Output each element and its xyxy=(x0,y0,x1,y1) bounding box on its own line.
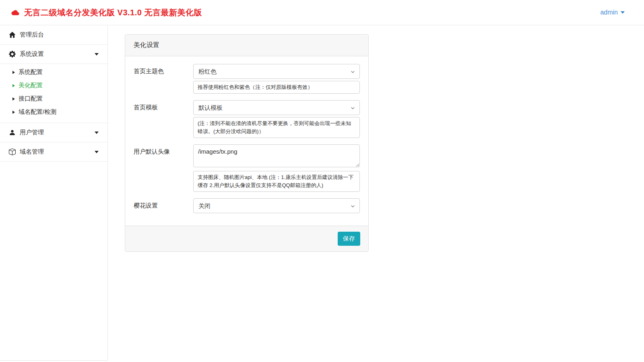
chevron-down-icon xyxy=(95,132,99,134)
triangle-right-icon xyxy=(12,97,15,101)
field-help-text: 支持图床、随机图片api、本地 (注：1.康乐主机设置后建议清除一下缓存 2.用… xyxy=(193,171,360,192)
form-row-default-avatar: 用户默认头像 /images/tx.png 支持图床、随机图片api、本地 (注… xyxy=(134,144,360,192)
form-row-theme-color: 首页主题色 粉红色 推荐使用粉红色和紫色（注：仅对原版模板有效） xyxy=(134,64,360,94)
triangle-right-icon xyxy=(12,84,15,87)
sidebar-item-api-config[interactable]: 接口配置 xyxy=(0,92,107,105)
sidebar: 管理后台 系统设置 系统配置 美化配置 接口配置 xyxy=(0,25,108,361)
sidebar-item-label: 系统设置 xyxy=(20,50,44,58)
user-icon xyxy=(9,129,16,136)
user-dropdown[interactable]: admin xyxy=(600,9,625,16)
main-content: 美化设置 首页主题色 粉红色 推荐使用粉红 xyxy=(108,25,644,362)
sidebar-item-label: 用户管理 xyxy=(20,129,44,136)
sidebar-item-system-settings[interactable]: 系统设置 xyxy=(0,45,107,64)
sidebar-item-user-management[interactable]: 用户管理 xyxy=(0,123,107,142)
submenu-item-label: 系统配置 xyxy=(19,68,43,76)
sidebar-item-admin-home[interactable]: 管理后台 xyxy=(0,25,107,44)
user-name: admin xyxy=(600,9,618,16)
form-row-home-template: 首页模板 默认模板 (注：渣到不能在渣的渣机尽量不要更换，否则可能会出现一些未知… xyxy=(134,100,360,138)
submenu-item-label: 美化配置 xyxy=(19,82,43,89)
field-help-text: (注：渣到不能在渣的渣机尽量不要更换，否则可能会出现一些未知错误。(大部分没啥问… xyxy=(193,117,360,138)
sidebar-item-label: 域名管理 xyxy=(20,148,44,156)
submenu-item-label: 接口配置 xyxy=(19,95,43,103)
cube-icon xyxy=(9,148,16,155)
sidebar-item-system-config[interactable]: 系统配置 xyxy=(0,66,107,79)
triangle-right-icon xyxy=(12,111,15,114)
gear-icon xyxy=(9,51,16,58)
default-avatar-textarea[interactable]: /images/tx.png xyxy=(193,144,360,167)
beautify-settings-card: 美化设置 首页主题色 粉红色 推荐使用粉红 xyxy=(125,34,369,252)
home-icon xyxy=(9,31,16,38)
brand-title: 无言二级域名分发美化版 V3.1.0 无言最新美化版 xyxy=(24,7,202,18)
chevron-down-icon xyxy=(95,53,99,56)
sakura-select[interactable]: 关闭 xyxy=(193,198,360,213)
field-label: 首页模板 xyxy=(134,100,193,138)
chevron-down-icon xyxy=(95,151,99,153)
card-title: 美化设置 xyxy=(125,35,368,56)
card-footer: 保存 xyxy=(125,226,368,251)
home-template-select[interactable]: 默认模板 xyxy=(193,100,360,115)
form-row-sakura: 樱花设置 关闭 xyxy=(134,198,360,213)
sidebar-item-domain-config-check[interactable]: 域名配置/检测 xyxy=(0,105,107,119)
sidebar-item-beautify-config[interactable]: 美化配置 xyxy=(0,79,107,92)
field-label: 首页主题色 xyxy=(134,64,193,94)
brand[interactable]: 无言二级域名分发美化版 V3.1.0 无言最新美化版 xyxy=(10,7,202,18)
field-help-text: 推荐使用粉红色和紫色（注：仅对原版模板有效） xyxy=(193,81,360,94)
theme-color-select[interactable]: 粉红色 xyxy=(193,64,360,79)
sidebar-item-domain-management[interactable]: 域名管理 xyxy=(0,142,107,161)
submenu-item-label: 域名配置/检测 xyxy=(19,108,56,116)
field-label: 樱花设置 xyxy=(134,198,193,213)
field-label: 用户默认头像 xyxy=(134,144,193,192)
top-navbar: 无言二级域名分发美化版 V3.1.0 无言最新美化版 admin xyxy=(0,0,644,25)
cloud-icon xyxy=(10,9,21,16)
sidebar-item-label: 管理后台 xyxy=(20,31,44,39)
system-settings-submenu: 系统配置 美化配置 接口配置 域名配置/检测 xyxy=(0,64,107,123)
triangle-right-icon xyxy=(12,71,15,74)
chevron-down-icon xyxy=(621,11,625,14)
save-button[interactable]: 保存 xyxy=(338,232,360,246)
